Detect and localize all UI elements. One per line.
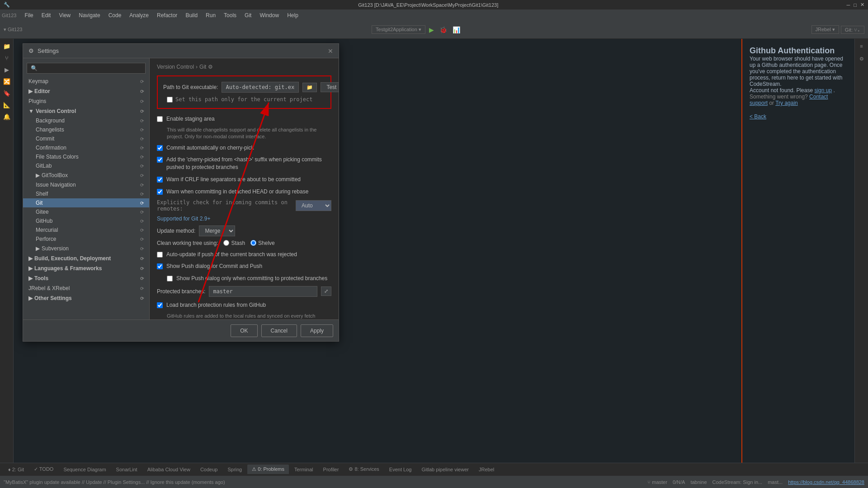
git-icon-btn[interactable]: ⑂ <box>1 52 12 63</box>
notification-icon-btn[interactable]: 🔔 <box>1 111 12 122</box>
sidebar-item-lang[interactable]: ▶ Languages & Frameworks ⟳ <box>23 263 149 273</box>
protected-branches-input[interactable] <box>209 286 317 297</box>
menu-tools[interactable]: Tools <box>220 11 240 19</box>
sidebar-item-perforce[interactable]: Perforce ⟳ <box>23 235 149 244</box>
menu-refactor[interactable]: Refactor <box>153 11 181 19</box>
protected-expand-btn[interactable]: ⤢ <box>321 286 331 296</box>
update-method-dropdown[interactable]: Merge Rebase <box>199 225 235 236</box>
warn-crlf-checkbox[interactable] <box>157 177 163 183</box>
menu-file[interactable]: File <box>21 11 37 19</box>
enable-staging-checkbox[interactable] <box>157 116 163 122</box>
browse-button[interactable]: 📁 <box>302 83 317 92</box>
right-icon-1[interactable]: ≡ <box>856 41 867 52</box>
git-config[interactable]: Git: ⑂▾ <box>841 26 864 34</box>
sidebar-item-keymap[interactable]: Keymap ⟳ <box>23 76 149 86</box>
ok-button[interactable]: OK <box>231 324 257 337</box>
sidebar-item-shelf[interactable]: Shelf ⟳ <box>23 189 149 198</box>
sidebar-item-version-control[interactable]: ▼ Version Control ⟳ <box>23 106 149 116</box>
commit-cherry-checkbox[interactable] <box>157 145 163 151</box>
run-icon-btn[interactable]: ▶ <box>1 64 12 75</box>
status-branch[interactable]: ⑂ master <box>647 479 667 485</box>
sidebar-item-gitlab[interactable]: GitLab ⟳ <box>23 161 149 170</box>
warn-detached-checkbox[interactable] <box>157 189 163 195</box>
tab-alibaba[interactable]: Alibaba Cloud View <box>143 465 195 474</box>
menu-analyze[interactable]: Analyze <box>126 11 152 19</box>
show-push-dialog-checkbox[interactable] <box>157 263 163 269</box>
tab-services[interactable]: ⚙ 8: Services <box>344 465 383 474</box>
git-path-input[interactable] <box>222 82 299 93</box>
sidebar-item-git[interactable]: Git ⟳ <box>23 198 149 207</box>
sidebar-item-changelists[interactable]: Changelists ⟳ <box>23 125 149 134</box>
sidebar-item-gittoolbox[interactable]: ▶ GitToolBox ⟳ <box>23 170 149 180</box>
menu-help[interactable]: Help <box>283 11 302 19</box>
test-button[interactable]: Test <box>321 82 339 92</box>
sidebar-item-commit[interactable]: Commit ⟳ <box>23 134 149 143</box>
sidebar-item-other[interactable]: ▶ Other Settings ⟳ <box>23 293 149 303</box>
sidebar-item-build[interactable]: ▶ Build, Execution, Deployment ⟳ <box>23 253 149 263</box>
tab-spring[interactable]: Spring <box>223 465 246 474</box>
menu-run[interactable]: Run <box>202 11 219 19</box>
sidebar-item-file-status-colors[interactable]: File Status Colors ⟳ <box>23 152 149 161</box>
shelve-radio[interactable] <box>250 240 256 246</box>
settings-search-input[interactable] <box>27 63 146 74</box>
sidebar-item-gitee[interactable]: Gitee ⟳ <box>23 207 149 216</box>
tab-profiler[interactable]: Profiler <box>319 465 344 474</box>
status-tabnine[interactable]: tabnine <box>690 479 707 485</box>
tab-problems[interactable]: ⚠ 0: Problems <box>247 465 289 474</box>
menu-build[interactable]: Build <box>182 11 201 19</box>
sidebar-item-editor[interactable]: ▶ Editor ⟳ <box>23 86 149 96</box>
menu-view[interactable]: View <box>55 11 74 19</box>
tab-terminal[interactable]: Terminal <box>290 465 318 474</box>
run-config[interactable]: Testgit2Application ▾ <box>372 25 425 34</box>
tab-todo[interactable]: ✓ TODO <box>29 465 58 474</box>
close-btn[interactable]: ✕ <box>860 2 864 8</box>
tab-event-log[interactable]: Event Log <box>385 465 416 474</box>
minimize-btn[interactable]: ─ <box>847 2 850 8</box>
sign-up-link[interactable]: sign up <box>814 87 832 94</box>
menu-window[interactable]: Window <box>256 11 283 19</box>
apply-button[interactable]: Apply <box>301 324 333 337</box>
structure-icon-btn[interactable]: 📐 <box>1 99 12 110</box>
sidebar-item-issue-navigation[interactable]: Issue Navigation ⟳ <box>23 180 149 189</box>
set-path-checkbox[interactable] <box>167 97 173 103</box>
load-protection-checkbox[interactable] <box>157 302 163 308</box>
breadcrumb-vc[interactable]: Version Control <box>157 64 194 70</box>
auto-update-checkbox[interactable] <box>157 252 163 258</box>
maximize-btn[interactable]: □ <box>854 2 857 8</box>
tab-sequence[interactable]: Sequence Diagram <box>59 465 110 474</box>
profile-btn[interactable]: 📊 <box>451 26 462 33</box>
cancel-button[interactable]: Cancel <box>261 324 297 337</box>
sidebar-item-subversion[interactable]: ▶ Subversion ⟳ <box>23 244 149 253</box>
menu-navigate[interactable]: Navigate <box>75 11 104 19</box>
right-icon-2[interactable]: ⚙ <box>856 53 867 64</box>
sidebar-item-github[interactable]: GitHub ⟳ <box>23 216 149 225</box>
run-btn[interactable]: ▶ <box>427 26 436 33</box>
debug-btn[interactable]: 🐞 <box>438 26 449 33</box>
project-icon-btn[interactable]: 📁 <box>1 41 12 52</box>
sidebar-item-plugins[interactable]: Plugins ⟳ <box>23 96 149 106</box>
tab-codeup[interactable]: Codeup <box>196 465 222 474</box>
sidebar-item-background[interactable]: Background ⟳ <box>23 116 149 125</box>
menu-code[interactable]: Code <box>105 11 125 19</box>
try-again-link[interactable]: Try again <box>775 100 798 106</box>
menu-git[interactable]: Git <box>241 11 255 19</box>
sidebar-item-jrebel[interactable]: JRebel & XRebel ⟳ <box>23 283 149 293</box>
tab-jrebel[interactable]: JRebel <box>474 465 499 474</box>
sidebar-item-confirmation[interactable]: Confirmation ⟳ <box>23 143 149 152</box>
bookmark-icon-btn[interactable]: 🔖 <box>1 88 12 99</box>
stash-radio[interactable] <box>223 240 229 246</box>
github-back-link[interactable]: < Back <box>750 113 847 120</box>
status-url[interactable]: https://blog.csdn.net/qq_44868828 <box>788 479 864 485</box>
explicitly-dropdown[interactable]: Auto <box>296 200 331 211</box>
show-push-protected-checkbox[interactable] <box>167 276 173 282</box>
status-codestream[interactable]: CodeStream: Sign in... <box>712 479 763 485</box>
tab-gitlab-pipeline[interactable]: Gitlab pipeline viewer <box>417 465 473 474</box>
breadcrumb-git[interactable]: Git <box>199 64 206 70</box>
tab-git[interactable]: ♦ 2: Git <box>4 465 28 474</box>
sidebar-item-mercurial[interactable]: Mercurial ⟳ <box>23 225 149 235</box>
sidebar-item-tools[interactable]: ▶ Tools ⟳ <box>23 273 149 283</box>
tab-sonar[interactable]: SonarLint <box>112 465 142 474</box>
jrebel-config[interactable]: JRebel ▾ <box>811 25 839 34</box>
menu-edit[interactable]: Edit <box>38 11 55 19</box>
dialog-close-btn[interactable]: ✕ <box>328 47 333 55</box>
